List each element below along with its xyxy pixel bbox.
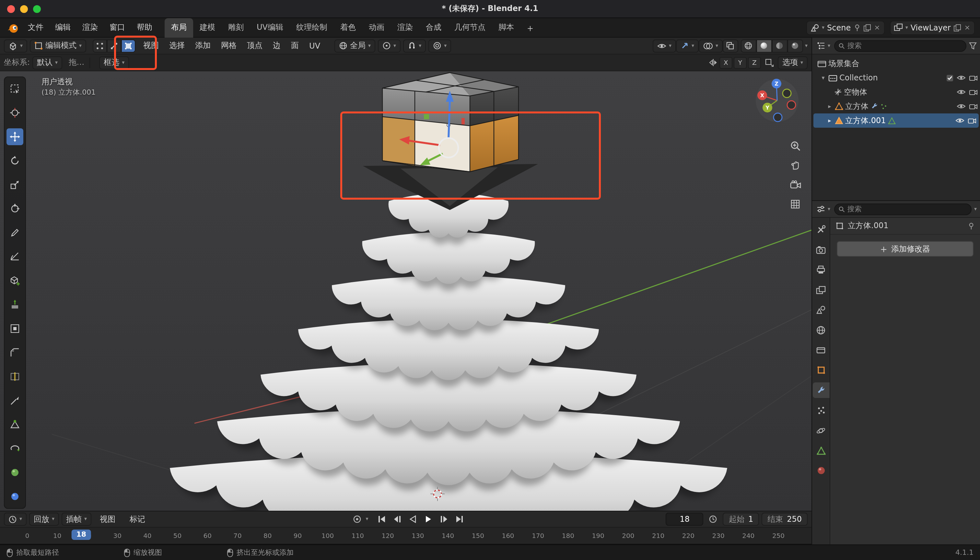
extrude-tool[interactable] [7, 296, 23, 313]
annotate-tool[interactable] [7, 224, 23, 241]
expand-icon[interactable]: ▸ [827, 117, 833, 124]
workspace-tab[interactable]: 渲染 [391, 18, 419, 37]
viewport-menu-item[interactable]: 边 [268, 39, 286, 52]
mirror-axis-toggle[interactable]: Y [734, 57, 747, 68]
tab-view-layer[interactable] [812, 282, 829, 298]
add-modifier-button[interactable]: + 添加修改器 [837, 241, 973, 257]
bevel-tool[interactable] [7, 344, 23, 361]
expand-icon[interactable]: ▸ [827, 103, 833, 110]
jump-next-keyframe-button[interactable] [437, 513, 452, 526]
frame-end-field[interactable]: 结束250 [762, 513, 808, 526]
workspace-tab[interactable]: 着色 [334, 18, 362, 37]
playback-menu[interactable]: 回放▾ [29, 513, 59, 526]
timeline-ruler[interactable]: 18 0102030405060708090100110120130140150… [0, 528, 812, 545]
editor-type-button[interactable]: ▾ [4, 39, 27, 52]
zoom-window-button[interactable] [33, 5, 41, 13]
workspace-tab[interactable]: 雕刻 [222, 18, 250, 37]
menu-item[interactable]: 编辑 [49, 20, 77, 35]
camera-view-button[interactable] [788, 178, 802, 192]
tab-object-data[interactable] [812, 443, 829, 458]
camera-visibility-icon[interactable] [969, 89, 977, 95]
playhead[interactable]: 18 [72, 530, 91, 540]
toggle-ortho-button[interactable] [788, 197, 802, 211]
tab-particles[interactable] [812, 402, 829, 418]
outliner-row-cube-001[interactable]: ▸ 立方体.001 [813, 113, 979, 128]
workspace-tab[interactable]: 纹理绘制 [290, 18, 334, 37]
workspace-tab[interactable]: 脚本 [492, 18, 520, 37]
mirror-icon[interactable] [708, 58, 718, 67]
tab-world[interactable] [812, 322, 829, 338]
xray-toggle[interactable] [723, 39, 738, 52]
tab-output[interactable] [812, 262, 829, 277]
viewport-menu-item[interactable]: UV [304, 40, 325, 52]
measure-tool[interactable] [7, 248, 23, 265]
remove-viewlayer-icon[interactable]: × [964, 23, 971, 32]
poly-build-tool[interactable] [7, 416, 23, 433]
blender-logo-icon[interactable] [7, 21, 20, 34]
box-select-dropdown[interactable]: 框选 ▾ [99, 56, 129, 69]
viewport-menu-item[interactable]: 视图 [138, 39, 164, 52]
properties-editor-type-button[interactable]: ▾ [815, 203, 832, 215]
jump-to-start-button[interactable] [375, 513, 389, 526]
tab-physics[interactable] [812, 423, 829, 438]
camera-visibility-icon[interactable] [969, 103, 977, 110]
workspace-tab[interactable]: 合成 [419, 18, 448, 37]
scene-selector[interactable]: ▾ Scene × [806, 20, 885, 35]
viewport-canvas[interactable] [0, 71, 812, 511]
use-preview-range-toggle[interactable] [706, 513, 720, 526]
shading-material-button[interactable] [772, 39, 788, 52]
tab-object[interactable] [812, 362, 829, 378]
tree-model[interactable] [170, 193, 727, 511]
outliner-row-empty[interactable]: 空物体 [812, 85, 980, 99]
show-overlays-toggle[interactable]: ▾ [699, 39, 723, 52]
pan-button[interactable] [788, 158, 802, 172]
rotate-tool[interactable] [7, 152, 23, 169]
viewport-menu-item[interactable]: 面 [286, 39, 304, 52]
spin-tool[interactable] [7, 440, 23, 457]
edge-slide-tool[interactable] [7, 488, 23, 505]
show-gizmo-toggle[interactable]: ▾ [676, 39, 699, 52]
tab-material[interactable] [812, 463, 829, 478]
minimize-window-button[interactable] [20, 5, 28, 13]
workspace-tab[interactable]: 建模 [193, 18, 222, 37]
snapping-dropdown[interactable]: ▾ [403, 39, 426, 52]
auto-key-toggle[interactable] [350, 513, 364, 526]
expand-icon[interactable]: ▾ [820, 75, 827, 81]
viewport-menu-item[interactable]: 网格 [216, 39, 242, 52]
knife-tool[interactable] [7, 392, 23, 409]
jump-prev-keyframe-button[interactable] [390, 513, 405, 526]
hide-eye-icon[interactable] [957, 75, 966, 81]
tab-scene[interactable] [812, 302, 829, 318]
chevron-down-icon[interactable]: ▾ [365, 517, 368, 522]
loop-cut-tool[interactable] [7, 368, 23, 385]
viewport-3d[interactable]: 用户透视 (18) 立方体.001 [0, 71, 812, 511]
hide-eye-icon[interactable] [955, 117, 965, 124]
viewport-menu-item[interactable]: 添加 [190, 39, 216, 52]
current-frame-field[interactable]: 18 [666, 513, 703, 526]
frame-start-field[interactable]: 起始1 [723, 513, 759, 526]
outliner-row-cube[interactable]: ▸ 立方体 [812, 99, 980, 113]
outliner-row-collection[interactable]: ▾ Collection [812, 71, 980, 85]
new-scene-icon[interactable] [863, 24, 871, 32]
checkbox-icon[interactable] [946, 74, 953, 81]
properties-search[interactable] [834, 203, 972, 215]
camera-visibility-icon[interactable] [969, 75, 977, 81]
menu-item[interactable]: 渲染 [77, 20, 104, 35]
coord-system-dropdown[interactable]: 默认 ▾ [32, 56, 62, 69]
shading-wireframe-button[interactable] [741, 39, 757, 52]
unlink-scene-icon[interactable]: × [873, 23, 880, 32]
workspace-tab[interactable]: 布局 [165, 18, 193, 37]
edge-select-button[interactable] [107, 39, 121, 52]
camera-visibility-icon[interactable] [968, 117, 976, 124]
timeline-view-menu[interactable]: 视图 [94, 512, 121, 527]
viewport-menu-item[interactable]: 顶点 [242, 39, 268, 52]
vertex-select-button[interactable] [93, 39, 107, 52]
shading-rendered-button[interactable] [788, 39, 803, 52]
shading-solid-button[interactable] [757, 39, 772, 52]
hide-eye-icon[interactable] [957, 89, 966, 95]
hide-eye-icon[interactable] [957, 103, 966, 110]
outliner-editor-type-button[interactable]: ▾ [815, 39, 832, 52]
inset-tool[interactable] [7, 320, 23, 337]
properties-search-input[interactable] [847, 205, 967, 213]
tab-collection[interactable] [812, 342, 829, 358]
